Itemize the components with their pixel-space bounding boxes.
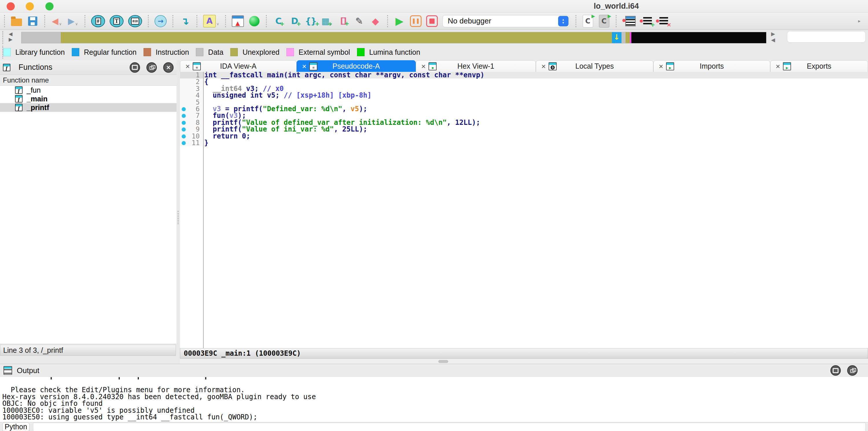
minimize-window-icon[interactable]	[26, 2, 34, 10]
debugger-run-icon[interactable]: ▶	[394, 15, 405, 28]
code-line[interactable]: 10 return 0;	[180, 133, 868, 140]
cli-input[interactable]	[33, 423, 866, 431]
data-text-icon[interactable]: T	[110, 15, 124, 28]
regular-function-segment[interactable]: ↓	[612, 32, 621, 43]
save-file-icon[interactable]	[27, 15, 38, 28]
tab-icon-import: ▸	[666, 62, 674, 70]
function-name-column-header[interactable]: Function name	[0, 75, 177, 86]
nav-right-icon[interactable]: ▶	[771, 31, 775, 37]
gutter-bullet-icon	[182, 141, 186, 145]
unexplored-segment[interactable]	[625, 32, 630, 43]
output-log[interactable]: Please check the Edit/Plugins menu for m…	[0, 376, 868, 422]
panel-splitter[interactable]	[177, 60, 180, 364]
code-line[interactable]: 4 unsigned int v5; // [xsp+18h] [xbp-8h]	[180, 92, 868, 99]
add-data-icon[interactable]: D	[289, 15, 300, 28]
navband-search-box[interactable]	[787, 31, 866, 42]
quick-pseudocode-icon[interactable]: C	[582, 15, 594, 28]
dark-segment[interactable]	[631, 32, 766, 43]
code-line[interactable]: 9 printf("Value of ini_var: %d", 25LL);	[180, 126, 868, 133]
tab-close-icon[interactable]: ×	[421, 63, 426, 70]
breakpoint-add-icon[interactable]	[640, 15, 652, 28]
toolbar-overflow-icon[interactable]: ▸	[854, 15, 865, 28]
code-line[interactable]: 6 v3 = printf("Defined_var: %d\n", v5);	[180, 106, 868, 112]
pseudocode-view[interactable]: 1int __fastcall main(int argc, const cha…	[180, 72, 868, 348]
breakpoint-delete-icon[interactable]	[656, 15, 668, 28]
tab-close-icon[interactable]: ×	[302, 63, 306, 70]
data-segment[interactable]	[22, 32, 61, 43]
breakpoint-icon[interactable]: ◆	[370, 15, 381, 28]
function-row[interactable]: f_fun	[0, 86, 177, 94]
data-number-icon[interactable]: #	[91, 15, 105, 28]
code-gutter: 2	[180, 79, 203, 85]
maximize-button[interactable]	[130, 62, 140, 73]
debugger-stop-icon[interactable]	[426, 15, 438, 28]
line-number: 5	[180, 99, 199, 106]
navband-legend: Library functionRegular functionInstruct…	[0, 45, 868, 59]
jump-next-icon[interactable]: ↴	[179, 15, 191, 28]
unexplored-segment[interactable]	[61, 32, 612, 43]
functions-status-text: Line 3 of 3, /_printf	[3, 346, 63, 354]
tab-hex-view-1[interactable]: ×●Hex View-1	[416, 60, 536, 72]
close-window-icon[interactable]	[7, 2, 15, 10]
data-binary-icon[interactable]: 010	[128, 15, 142, 28]
add-struct-icon[interactable]: {}	[305, 15, 316, 28]
add-comment-icon[interactable]: C	[273, 15, 284, 28]
toolbar-separator	[387, 15, 388, 27]
nav-right-icon[interactable]: ▶	[9, 37, 12, 42]
restore-button[interactable]	[146, 62, 157, 73]
restore-button[interactable]	[847, 365, 858, 376]
function-icon: f	[15, 95, 23, 103]
add-segment-icon[interactable]: []	[337, 15, 349, 28]
toolbar-separator	[148, 15, 149, 27]
edit-pencil-icon[interactable]: ✎	[353, 15, 365, 28]
nav-forward-icon[interactable]: ▶∨	[67, 15, 79, 28]
maximize-button[interactable]	[830, 365, 841, 376]
tab-exports[interactable]: ×▸Exports	[770, 60, 868, 72]
tab-icon-zero: 0	[549, 62, 557, 70]
code-line[interactable]: 11}	[180, 140, 868, 146]
nav-back-icon[interactable]: ◀∨	[51, 15, 62, 28]
nav-left-icon[interactable]: ◀	[9, 31, 12, 37]
cli-language-button[interactable]: Python	[2, 422, 30, 431]
zoom-window-icon[interactable]	[45, 2, 54, 10]
tab-ida-view-a[interactable]: ×≡IDA View-A	[180, 60, 297, 72]
debugger-pause-icon[interactable]	[410, 15, 422, 28]
function-row[interactable]: f_main	[0, 94, 177, 103]
tab-imports[interactable]: ×▸Imports	[653, 60, 770, 72]
address-status-bar: 00003E9C _main:1 (100003E9C)	[180, 348, 868, 358]
jump-address-icon[interactable]: →	[155, 15, 167, 28]
code-gutter: 1	[180, 72, 203, 79]
set-color-icon[interactable]: A∨	[203, 15, 219, 28]
horizontal-scrollbar[interactable]	[180, 359, 868, 364]
data-segment[interactable]	[621, 32, 625, 43]
navigation-band[interactable]: ↓	[21, 32, 767, 44]
pseudocode-view-icon[interactable]: C	[598, 15, 610, 28]
current-position-marker: ↓	[612, 33, 621, 41]
tab-close-icon[interactable]: ×	[659, 63, 663, 70]
combo-spinner-icon: ▴▾	[558, 16, 568, 26]
code-line[interactable]: 1int __fastcall main(int argc, const cha…	[180, 72, 868, 79]
line-number: 4	[180, 92, 199, 99]
tab-close-icon[interactable]: ×	[541, 63, 546, 70]
scrollbar-handle[interactable]	[438, 360, 448, 363]
lumina-icon[interactable]	[249, 15, 260, 28]
tab-close-icon[interactable]: ×	[776, 63, 780, 70]
add-graph-icon[interactable]: ▦∨	[321, 15, 333, 28]
legend-label: Library function	[16, 48, 65, 56]
function-row[interactable]: f_printf	[0, 103, 177, 112]
tab-close-icon[interactable]: ×	[185, 63, 190, 70]
navband-scroll-right[interactable]: ▶◀	[771, 31, 775, 43]
graph-overview-icon[interactable]: ▲	[232, 15, 244, 28]
gutter-divider	[203, 72, 204, 348]
tab-pseudocode-a[interactable]: ×≡Pseudocode-A	[297, 60, 416, 72]
navband-scroll-left[interactable]: ◀▶	[9, 31, 12, 42]
dropdown-chevron-icon: ∨	[216, 22, 219, 28]
close-button[interactable]: ×	[163, 62, 174, 73]
nav-left-icon[interactable]: ◀	[771, 37, 775, 43]
debugger-select[interactable]: No debugger▴▾	[442, 15, 570, 27]
legend-item: Unexplored	[230, 48, 279, 56]
open-file-icon[interactable]	[11, 15, 22, 28]
toolbar-drag-handle[interactable]	[2, 31, 3, 44]
breakpoint-list-icon[interactable]	[622, 15, 636, 28]
tab-local-types[interactable]: ×0Local Types	[536, 60, 653, 72]
